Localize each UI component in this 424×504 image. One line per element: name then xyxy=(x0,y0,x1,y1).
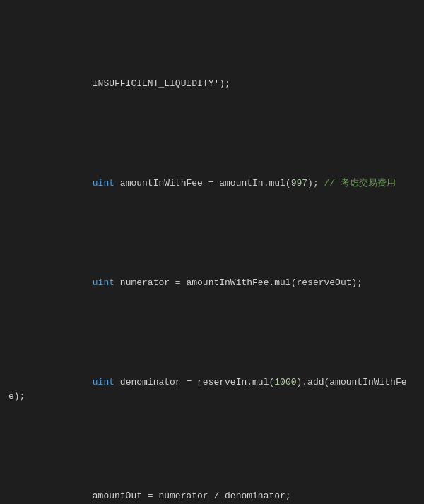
code-line-5: amountOut = numerator / denominator; xyxy=(8,475,416,504)
code-line-1: INSUFFICIENT_LIQUIDITY'); xyxy=(8,63,416,105)
code-line-2: uint amountInWithFee = amountIn.mul(997)… xyxy=(8,162,416,205)
code-line-3: uint numerator = amountInWithFee.mul(res… xyxy=(8,262,416,304)
code-line-4: uint denominator = reserveIn.mul(1000).a… xyxy=(8,361,416,419)
code-block: INSUFFICIENT_LIQUIDITY'); uint amountInW… xyxy=(0,6,424,504)
code-container: INSUFFICIENT_LIQUIDITY'); uint amountInW… xyxy=(0,0,424,504)
